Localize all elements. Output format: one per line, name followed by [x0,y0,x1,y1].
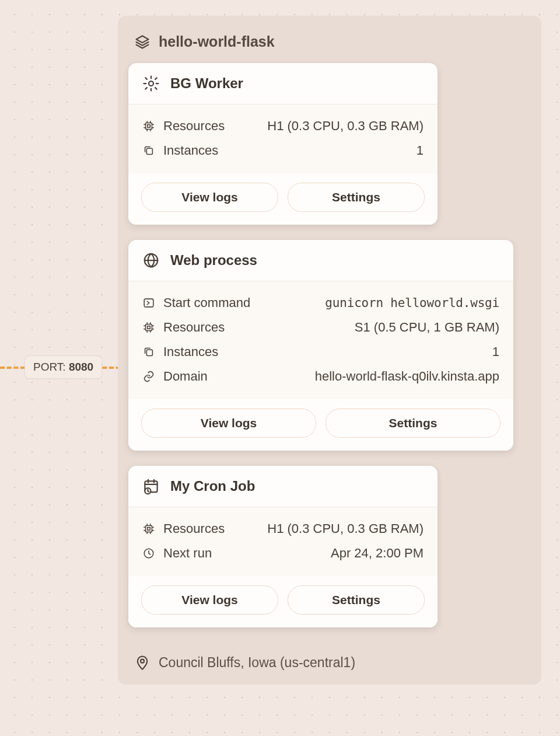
clock-icon [142,547,155,560]
copy-icon [142,346,155,358]
settings-button[interactable]: Settings [288,585,425,615]
svg-rect-12 [148,528,150,531]
card-footer: View logs Settings [128,173,438,225]
svg-rect-6 [146,325,152,331]
layers-icon [134,34,150,50]
settings-button[interactable]: Settings [288,183,425,212]
card-footer: View logs Settings [128,576,438,627]
label-text: Start command [163,295,250,311]
card-title: My Cron Job [170,478,255,494]
location-text: Council Bluffs, Iowa (us-central1) [159,655,355,671]
row-resources: Resources H1 (0.3 CPU, 0.3 GB RAM) [142,114,424,138]
port-label: PORT: [33,361,66,373]
instances-value: 1 [492,344,499,360]
card-body: Resources H1 (0.3 CPU, 0.3 GB RAM) Insta… [128,104,438,173]
label-text: Instances [163,143,218,158]
view-logs-button[interactable]: View logs [141,183,278,212]
view-logs-button[interactable]: View logs [141,409,316,438]
domain-value: hello-world-flask-q0ilv.kinsta.app [315,369,499,384]
location-pin-icon [134,654,150,671]
link-icon [142,370,155,383]
svg-rect-1 [146,123,152,130]
card-title: BG Worker [170,75,243,92]
terminal-icon [142,297,155,309]
label-text: Resources [163,320,225,335]
row-instances: Instances 1 [142,138,424,163]
panel-header: hello-world-flask [128,27,531,63]
card-header: Web process [128,240,513,281]
card-title: Web process [170,252,257,268]
row-domain: Domain hello-world-flask-q0ilv.kinsta.ap… [142,364,499,389]
card-body: Start command gunicorn helloworld.wsgi R… [128,281,513,399]
card-body: Resources H1 (0.3 CPU, 0.3 GB RAM) Next … [128,507,438,576]
copy-icon [142,144,155,157]
process-card-web: Web process Start command gunicorn hello… [128,240,513,451]
port-value: 8080 [69,361,93,373]
row-instances: Instances 1 [142,340,499,364]
card-header: BG Worker [128,63,438,104]
cpu-icon [142,120,155,132]
label-text: Resources [163,118,225,134]
svg-rect-11 [146,526,152,532]
svg-rect-7 [148,326,150,329]
row-start-command: Start command gunicorn helloworld.wsgi [142,291,499,315]
app-panel: hello-world-flask BG Worker [118,16,541,685]
next-run-value: Apr 24, 2:00 PM [331,546,424,561]
app-name: hello-world-flask [159,33,275,50]
gear-icon [142,75,160,92]
resources-value: S1 (0.5 CPU, 1 GB RAM) [355,320,499,335]
panel-footer: Council Bluffs, Iowa (us-central1) [128,643,531,674]
globe-icon [142,252,160,269]
label-text: Instances [163,344,218,360]
label-text: Resources [163,521,225,536]
svg-rect-8 [146,350,152,355]
process-card-cron: My Cron Job Resources H1 (0.3 CPU, 0.3 G… [128,466,438,627]
settings-button[interactable]: Settings [326,409,501,438]
resources-value: H1 (0.3 CPU, 0.3 GB RAM) [267,521,424,536]
cpu-icon [142,321,155,334]
card-footer: View logs Settings [128,399,513,451]
view-logs-button[interactable]: View logs [141,585,278,615]
svg-point-0 [149,81,153,86]
card-header: My Cron Job [128,466,438,507]
label-text: Domain [163,369,208,384]
instances-value: 1 [416,143,424,158]
row-next-run: Next run Apr 24, 2:00 PM [142,541,424,566]
row-resources: Resources S1 (0.5 CPU, 1 GB RAM) [142,315,499,340]
svg-rect-3 [146,148,152,154]
label-text: Next run [163,546,212,561]
calendar-clock-icon [142,477,160,495]
resources-value: H1 (0.3 CPU, 0.3 GB RAM) [267,118,424,134]
svg-rect-2 [148,125,150,128]
cpu-icon [142,522,155,535]
svg-point-14 [141,660,144,663]
start-command-value: gunicorn helloworld.wsgi [325,296,499,310]
row-resources: Resources H1 (0.3 CPU, 0.3 GB RAM) [142,517,424,541]
process-card-worker: BG Worker Resources H1 (0.3 CPU, 0.3 GB … [128,63,438,225]
port-badge: PORT: 8080 [24,355,102,379]
